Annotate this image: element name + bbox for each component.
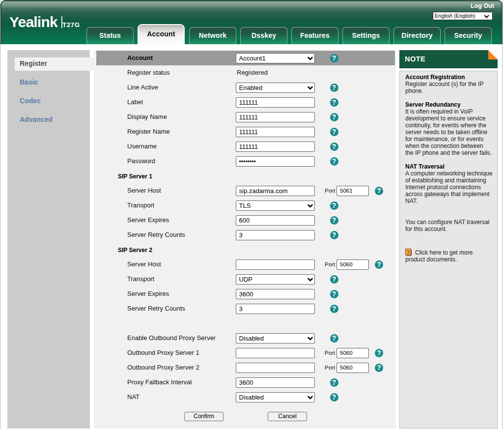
svg-text:?: ? — [407, 250, 410, 255]
